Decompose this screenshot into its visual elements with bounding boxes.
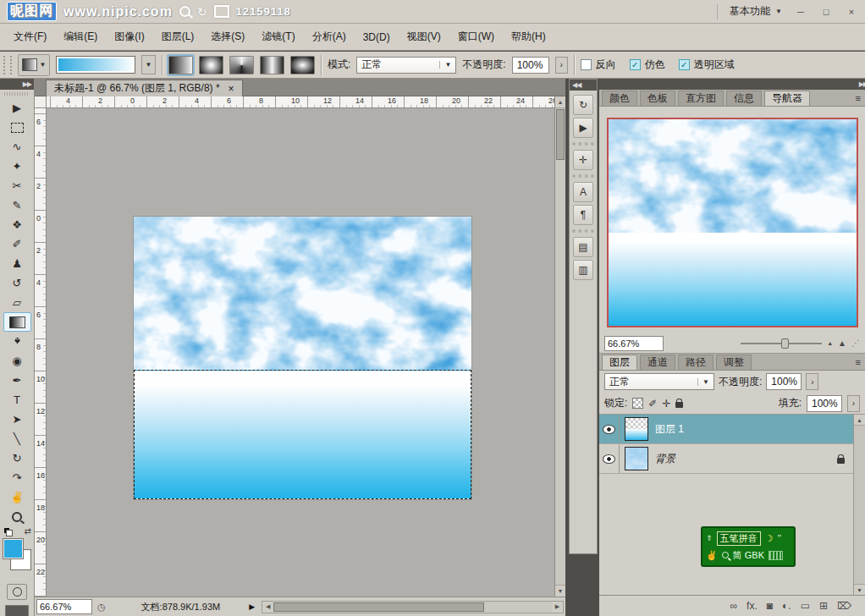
eyedropper-tool[interactable]: ✎ <box>3 195 31 215</box>
lock-image-pixels-icon[interactable]: ✐ <box>648 398 657 410</box>
layer-row-layer1[interactable]: 图层 1 <box>599 415 853 444</box>
move-tool[interactable]: ▶ <box>3 98 31 118</box>
menu-item-9[interactable]: 窗口(W) <box>449 26 503 47</box>
menu-item-7[interactable]: 3D(D) <box>355 28 399 47</box>
line-tool[interactable]: ╲ <box>3 429 31 448</box>
dither-checkbox[interactable]: ✓ <box>630 59 641 70</box>
panel-tab-1[interactable]: 色板 <box>640 91 675 106</box>
clone-stamp-tool[interactable]: ♟ <box>3 254 31 273</box>
scroll-right-icon[interactable]: ▶ <box>552 602 563 613</box>
zoom-tool[interactable] <box>3 507 31 526</box>
layer-mask-icon[interactable]: ◙ <box>767 600 773 612</box>
magnifier-icon[interactable] <box>722 552 729 558</box>
tool-preset-picker[interactable]: ▼ <box>18 54 50 76</box>
type-tool[interactable]: T <box>3 390 31 410</box>
clone-source-panel-icon[interactable]: ▥ <box>573 260 593 280</box>
ime-charset-button[interactable]: 简 GBK <box>733 549 764 562</box>
menu-item-3[interactable]: 图层(L) <box>153 26 203 47</box>
layers-tab-2[interactable]: 路径 <box>678 355 713 370</box>
lock-transparent-pixels-icon[interactable] <box>632 398 643 409</box>
character-panel-icon[interactable]: A <box>573 182 593 202</box>
gradient-tool[interactable] <box>3 312 31 332</box>
panel-dock-collapse-button[interactable]: ▶▶ <box>599 79 865 90</box>
tab-close-icon[interactable]: × <box>229 83 234 95</box>
linear-gradient-button[interactable] <box>168 56 193 74</box>
lasso-tool[interactable]: ∿ <box>3 137 31 157</box>
visibility-toggle[interactable] <box>599 444 620 473</box>
vertical-scroll-thumb[interactable] <box>556 109 565 160</box>
panel-tab-4[interactable]: 导航器 <box>764 91 810 106</box>
layer-group-icon[interactable]: ▭ <box>801 600 810 612</box>
zoom-slider-thumb[interactable] <box>781 338 789 349</box>
close-button[interactable]: × <box>845 7 858 17</box>
blend-mode-select[interactable]: 正常 ▼ <box>356 57 456 74</box>
menu-item-2[interactable]: 图像(I) <box>106 26 152 47</box>
panel-menu-icon[interactable]: ≡ <box>856 93 861 103</box>
fill-field[interactable]: 100% <box>807 395 842 412</box>
background-thumbnail[interactable] <box>625 447 648 470</box>
workspace-switcher[interactable]: 基本功能 ▼ <box>717 4 782 19</box>
scroll-up-icon[interactable]: ▲ <box>555 96 565 108</box>
foreground-color-swatch[interactable] <box>3 539 23 558</box>
options-gripper[interactable] <box>3 56 12 74</box>
restore-button[interactable]: □ <box>819 7 833 17</box>
menu-item-0[interactable]: 文件(F) <box>5 26 55 47</box>
scroll-down-icon[interactable]: ▼ <box>854 584 865 595</box>
tool-presets-panel-icon[interactable]: ✛ <box>573 150 593 170</box>
panel-tab-0[interactable]: 颜色 <box>602 91 637 106</box>
zoom-level-field[interactable]: 66.67% <box>36 599 92 614</box>
lock-position-icon[interactable]: ✛ <box>662 398 670 410</box>
ime-punct-icon[interactable]: ’’ <box>777 533 781 543</box>
hand-icon[interactable]: ✌ <box>706 550 718 561</box>
opacity-spinner[interactable]: › <box>555 57 568 74</box>
layers-blend-mode-select[interactable]: 正常 ▼ <box>604 373 714 390</box>
dodge-tool[interactable]: ◉ <box>3 351 31 371</box>
transparency-checkbox[interactable]: ✓ <box>679 59 690 70</box>
toolbox-collapse-button[interactable]: ▶▶ <box>0 79 34 90</box>
keyboard-icon[interactable] <box>769 551 783 560</box>
menu-item-10[interactable]: 帮助(H) <box>503 26 554 47</box>
hand-tool[interactable]: ✌ <box>3 487 31 507</box>
orbit-3d-tool[interactable]: ↷ <box>3 468 31 487</box>
scroll-left-icon[interactable]: ◀ <box>262 602 273 613</box>
status-menu-arrow[interactable]: ▶ <box>249 602 255 611</box>
minimize-button[interactable]: ─ <box>794 7 807 17</box>
ime-collapse-icon[interactable]: ⇑ <box>706 534 713 542</box>
visibility-toggle[interactable] <box>599 415 620 443</box>
layer-style-icon[interactable]: fx. <box>747 600 758 612</box>
gradient-swatch[interactable] <box>56 56 135 74</box>
screen-mode-button[interactable] <box>5 605 29 616</box>
opacity-field[interactable]: 100% <box>512 57 549 74</box>
lock-all-icon[interactable] <box>675 402 683 408</box>
path-selection-tool[interactable]: ➤ <box>3 410 31 429</box>
blur-tool[interactable]: ♠ <box>3 332 31 351</box>
layer-comps-panel-icon[interactable]: ▤ <box>573 237 593 257</box>
angle-gradient-button[interactable] <box>229 56 254 74</box>
reflected-gradient-button[interactable] <box>260 56 284 74</box>
layers-scrollbar[interactable]: ▲ ▼ <box>853 415 865 595</box>
history-brush-tool[interactable]: ↺ <box>3 273 31 293</box>
brush-tool[interactable]: ✐ <box>3 234 31 254</box>
actions-panel-icon[interactable]: ▶ <box>573 118 593 138</box>
swap-colors-icon[interactable]: ⇄ <box>25 526 31 536</box>
spot-healing-brush-tool[interactable]: ❖ <box>3 215 31 234</box>
crop-tool[interactable]: ✂ <box>3 176 31 195</box>
menu-item-6[interactable]: 分析(A) <box>304 26 355 47</box>
document-tab[interactable]: 未标题-1 @ 66.7% (图层 1, RGB/8) * × <box>46 80 243 96</box>
menu-item-5[interactable]: 滤镜(T) <box>253 26 303 47</box>
horizontal-scrollbar[interactable]: ◀ ▶ <box>262 601 564 613</box>
zoom-in-icon[interactable]: ▲ <box>838 338 846 348</box>
quick-selection-tool[interactable]: ✦ <box>3 157 31 176</box>
menu-item-4[interactable]: 选择(S) <box>202 26 253 47</box>
dock-expand-button[interactable]: ◀◀ <box>570 80 597 91</box>
eraser-tool[interactable]: ▱ <box>3 293 31 312</box>
adjustment-layer-icon[interactable]: ◐. <box>782 600 791 612</box>
rotate-3d-tool[interactable]: ↻ <box>3 448 31 468</box>
gradient-picker-arrow[interactable]: ▼ <box>141 55 156 74</box>
menu-item-1[interactable]: 编辑(E) <box>55 26 106 47</box>
panel-tab-2[interactable]: 直方图 <box>678 91 724 106</box>
layers-opacity-field[interactable]: 100% <box>766 373 802 390</box>
canvas[interactable] <box>47 108 554 597</box>
horizontal-scroll-thumb[interactable] <box>273 602 483 612</box>
ime-mode-button[interactable]: 五笔拼音 <box>717 531 761 546</box>
